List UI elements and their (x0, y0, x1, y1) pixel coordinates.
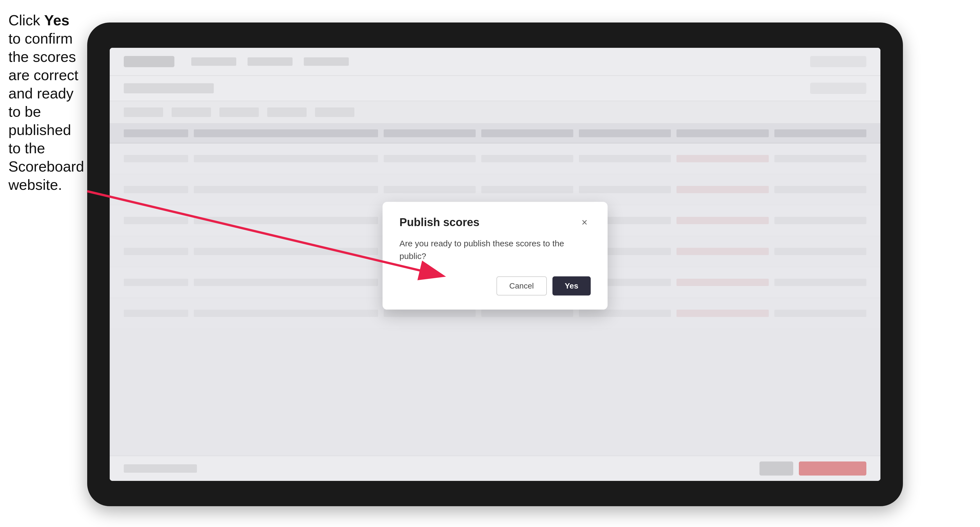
instruction-text: Click Yes to confirm the scores are corr… (8, 11, 84, 194)
dialog-body: Are you ready to publish these scores to… (399, 237, 591, 262)
dialog-close-button[interactable]: × (578, 216, 591, 229)
publish-dialog: Publish scores × Are you ready to publis… (383, 202, 608, 310)
instruction-text-part1: Click (8, 12, 44, 29)
tablet-screen: Publish scores × Are you ready to publis… (110, 48, 880, 481)
screen-content: Publish scores × Are you ready to publis… (110, 48, 880, 481)
dialog-footer: Cancel Yes (399, 276, 591, 295)
instruction-text-part2: to confirm the scores are correct and re… (8, 30, 84, 193)
dialog-header: Publish scores × (399, 216, 591, 229)
tablet-device: Publish scores × Are you ready to publis… (87, 22, 903, 506)
cancel-button[interactable]: Cancel (496, 276, 547, 295)
yes-button[interactable]: Yes (552, 276, 591, 295)
dialog-title: Publish scores (399, 216, 480, 229)
instruction-bold: Yes (44, 12, 70, 29)
